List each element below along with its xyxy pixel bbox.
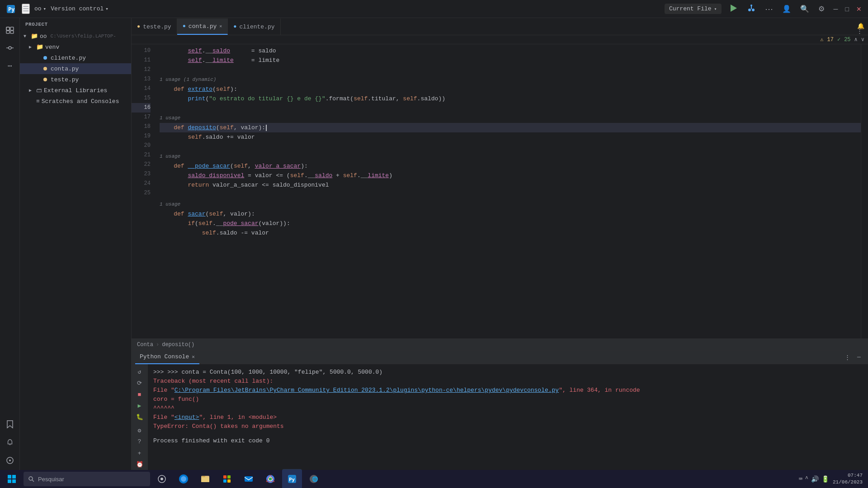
activity-more-icon[interactable]: ⋯	[2, 58, 18, 74]
console-help-btn[interactable]: ?	[133, 437, 146, 446]
account-button[interactable]: 👤	[780, 3, 793, 15]
console-add-btn[interactable]: +	[133, 449, 146, 458]
sidebar-scratches-label: Scratches and Consoles	[42, 98, 119, 105]
console-stop-btn[interactable]: ■	[133, 389, 146, 399]
line-num-25: 25	[132, 188, 151, 198]
file-icon-cliente	[43, 56, 47, 60]
console-file-path2[interactable]: <input>	[175, 414, 199, 421]
sidebar-item-teste[interactable]: teste.py	[20, 74, 131, 85]
ok-count: 25	[844, 37, 850, 43]
svg-point-40	[269, 478, 272, 481]
console-minimize-btn[interactable]: ─	[854, 352, 864, 363]
maximize-button[interactable]: □	[844, 4, 851, 14]
console-file-line2: File "<input>", line 1, in <module>	[153, 413, 863, 422]
line-num-13: 13	[132, 75, 151, 84]
console-debug-btn[interactable]: 🐛	[133, 413, 146, 422]
activity-plugins-icon[interactable]	[2, 452, 18, 469]
console-more-btn[interactable]: ⋮	[842, 352, 853, 363]
console-toolbar: ⋮ ─	[842, 352, 864, 363]
taskbar-start-button[interactable]	[2, 471, 22, 487]
tab-cliente[interactable]: ● cliente.py	[228, 19, 280, 35]
console-file-path1[interactable]: C:\Program Files\JetBrains\PyCharm Commu…	[175, 387, 559, 394]
svg-marker-2	[731, 5, 737, 12]
search-button[interactable]: 🔍	[798, 3, 811, 15]
console-tab-python[interactable]: Python Console ✕	[135, 351, 199, 364]
tree-arrow-venv: ▶	[29, 44, 34, 50]
activity-bookmarks-icon[interactable]	[2, 416, 18, 432]
svg-point-26	[29, 477, 33, 480]
notifications-icon[interactable]: 🔔	[854, 18, 868, 34]
activity-project-icon[interactable]	[2, 22, 18, 38]
run-button[interactable]	[727, 2, 740, 16]
console-prompt: >>>	[153, 369, 167, 375]
vcs-selector[interactable]: Version control ▾	[51, 5, 108, 12]
svg-rect-24	[8, 479, 11, 483]
close-button[interactable]: ✕	[854, 4, 863, 14]
sidebar-item-venv[interactable]: ▶ 📁 venv	[20, 42, 131, 52]
svg-rect-22	[8, 475, 11, 479]
hamburger-menu[interactable]: ☰	[22, 4, 30, 14]
console-run-btn[interactable]: ▶	[133, 401, 146, 411]
taskbar-explorer[interactable]	[195, 469, 215, 488]
sidebar-content: ▼ 📁 oo C:\Users\felip.LAPTOP- ▶ 📁 venv c…	[20, 31, 131, 472]
sidebar-item-conta[interactable]: conta.py	[20, 63, 131, 74]
svg-point-10	[9, 47, 11, 49]
line-num-17: 17	[132, 113, 151, 122]
tree-arrow-external: ▶	[29, 88, 34, 93]
line-num-20: 20	[132, 141, 151, 150]
console-rerun-btn[interactable]: ⟳	[133, 378, 146, 388]
svg-point-16	[9, 460, 11, 461]
tray-speaker-icon[interactable]: 🔊	[811, 475, 819, 483]
breadcrumb-class[interactable]: Conta	[137, 342, 153, 348]
run-selector[interactable]: Current File ▾	[665, 4, 722, 14]
taskbar-mail[interactable]	[239, 469, 259, 488]
taskbar-edge[interactable]	[174, 469, 193, 488]
console-output[interactable]: >>> >>> conta = Conta(100, 1000, 10000, …	[148, 364, 868, 472]
tab-teste[interactable]: ● teste.py	[132, 19, 177, 35]
project-selector[interactable]: oo ▾	[34, 5, 46, 12]
code-line-15	[160, 103, 861, 113]
scroll-up-icon[interactable]: ∧	[854, 36, 858, 43]
taskbar-chrome[interactable]	[260, 469, 280, 488]
breadcrumb-method[interactable]: deposito()	[162, 342, 194, 348]
taskbar-store[interactable]	[217, 469, 237, 488]
sidebar-item-scratches[interactable]: ≡ Scratches and Consoles	[20, 96, 131, 107]
minimize-button[interactable]: ─	[832, 4, 840, 14]
tray-caret-icon[interactable]: ^	[805, 476, 808, 482]
sidebar-item-cliente[interactable]: cliente.py	[20, 52, 131, 63]
editor-info-bar: ⚠ 17 ✓ 25 ∧ ∨	[132, 35, 868, 44]
taskbar-pycharm[interactable]: Py	[282, 469, 302, 488]
taskbar-time-value: 07:47	[833, 472, 863, 479]
console-panel: Python Console ✕ ⋮ ─ ↺ ⟳ ■ ▶ 🐛	[132, 350, 868, 472]
app-logo[interactable]: Py	[5, 3, 17, 15]
svg-rect-23	[12, 475, 16, 479]
debug-button[interactable]	[745, 2, 758, 16]
sidebar-item-root[interactable]: ▼ 📁 oo C:\Users\felip.LAPTOP-	[20, 31, 131, 42]
taskbar-taskview[interactable]	[152, 469, 172, 488]
console-tab-close[interactable]: ✕	[192, 354, 195, 360]
svg-rect-34	[227, 475, 231, 479]
activity-notifications-icon[interactable]	[2, 434, 18, 450]
tab-close-conta[interactable]: ✕	[219, 23, 222, 29]
activity-commit-icon[interactable]	[2, 40, 18, 56]
console-settings-btn[interactable]: ⚙	[133, 426, 146, 435]
taskbar-search[interactable]: Pesquisar	[24, 472, 150, 486]
scroll-down-icon[interactable]: ∨	[861, 36, 864, 43]
svg-text:🌐: 🌐	[312, 476, 318, 482]
taskbar-other[interactable]: 🌐	[304, 469, 324, 488]
sidebar-header: Project	[20, 18, 131, 31]
sidebar: Project ▼ 📁 oo C:\Users\felip.LAPTOP- ▶ …	[20, 18, 132, 472]
sidebar-item-external[interactable]: ▶ 🗃 External Libraries	[20, 85, 131, 96]
settings-button[interactable]: ⚙	[816, 3, 826, 15]
sidebar-external-label: External Libraries	[44, 87, 107, 94]
console-clock-btn[interactable]: ⏰	[133, 460, 146, 469]
tray-keyboard-icon[interactable]: ⌨	[799, 475, 802, 483]
console-restart-btn[interactable]: ↺	[133, 367, 146, 376]
tab-conta[interactable]: ● conta.py ✕	[177, 19, 228, 35]
external-icon: 🗃	[36, 87, 42, 94]
taskbar-clock[interactable]: 07:47 21/06/2023	[833, 472, 863, 486]
code-editor[interactable]: 10 11 12 13 14 15 16 17 18 19 20 21 22 2…	[132, 44, 861, 338]
svg-line-27	[32, 480, 34, 482]
more-options-button[interactable]: ⋯	[763, 2, 775, 16]
code-content[interactable]: self.__saldo = saldo self.__limite = lim…	[154, 44, 861, 338]
